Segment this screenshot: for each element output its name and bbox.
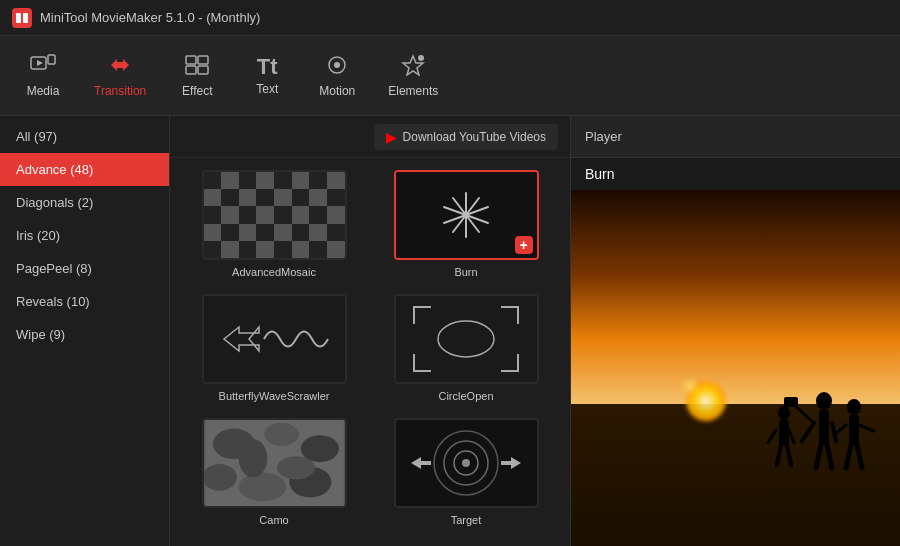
mosaic-cell [204, 172, 222, 189]
sunset-scene [571, 190, 900, 546]
effect-icon [184, 54, 210, 80]
wave-visual [204, 296, 345, 382]
download-youtube-button[interactable]: ▶ Download YouTube Videos [374, 124, 558, 150]
transition-item-circle-open[interactable]: CircleOpen [374, 294, 558, 410]
transition-icon [107, 54, 133, 80]
mosaic-cell [221, 189, 239, 206]
mosaic-cell [256, 224, 274, 241]
svg-line-54 [859, 425, 874, 431]
toolbar-effect[interactable]: Effect [162, 42, 232, 110]
svg-rect-8 [198, 66, 208, 74]
transition-label: Transition [94, 84, 146, 98]
svg-rect-38 [819, 410, 829, 445]
transition-item-camo[interactable]: Camo [182, 418, 366, 534]
mosaic-cell [327, 224, 345, 241]
svg-point-26 [264, 423, 298, 446]
svg-line-43 [794, 405, 814, 423]
effect-label: Effect [182, 84, 212, 98]
svg-rect-44 [784, 397, 798, 407]
mosaic-cell [309, 189, 327, 206]
toolbar-elements[interactable]: Elements [372, 42, 454, 110]
sidebar: All (97) Advance (48) Diagonals (2) Iris… [0, 116, 170, 546]
svg-line-47 [768, 430, 776, 443]
mosaic-cell [327, 206, 345, 223]
svg-point-10 [334, 62, 340, 68]
mosaic-cell [309, 241, 327, 258]
svg-rect-46 [779, 420, 789, 445]
transition-thumb-butterfly [202, 294, 347, 384]
motion-icon [324, 54, 350, 80]
transition-thumb-target [394, 418, 539, 508]
camo-visual [204, 420, 345, 506]
sidebar-item-diagonals[interactable]: Diagonals (2) [0, 186, 169, 219]
svg-line-49 [777, 445, 781, 465]
sidebar-item-all[interactable]: All (97) [0, 120, 169, 153]
svg-point-32 [276, 456, 314, 479]
youtube-icon: ▶ [386, 129, 397, 145]
mosaic-cell [274, 224, 292, 241]
sidebar-item-advance[interactable]: Advance (48) [0, 153, 169, 186]
toolbar-media[interactable]: Media [8, 42, 78, 110]
svg-point-23 [438, 321, 494, 357]
player-title: Player [585, 129, 622, 144]
svg-rect-5 [186, 56, 196, 64]
toolbar: Media Transition Effect Tt Text [0, 36, 900, 116]
lens-flare [680, 376, 700, 396]
transition-item-advanced-mosaic[interactable]: AdvancedMosaic [182, 170, 366, 286]
transition-grid-container: AdvancedMosaic [170, 158, 570, 546]
media-icon [30, 54, 56, 80]
mosaic-cell [221, 206, 239, 223]
mosaic-cell [239, 241, 257, 258]
toolbar-transition[interactable]: Transition [78, 42, 162, 110]
toolbar-motion[interactable]: Motion [302, 42, 372, 110]
svg-rect-6 [198, 56, 208, 64]
title-bar: MiniTool MovieMaker 5.1.0 - (Monthly) [0, 0, 900, 36]
sidebar-item-wipe[interactable]: Wipe (9) [0, 318, 169, 351]
transition-thumb-mosaic [202, 170, 347, 260]
content-area: ▶ Download YouTube Videos AdvancedMosaic [170, 116, 570, 546]
mosaic-cell [221, 241, 239, 258]
player-preview: Burn [571, 158, 900, 546]
transition-grid: AdvancedMosaic [170, 158, 570, 546]
transition-thumb-circle [394, 294, 539, 384]
add-to-timeline-badge[interactable]: + [515, 236, 533, 254]
mosaic-cell [309, 206, 327, 223]
mosaic-cell [309, 224, 327, 241]
mosaic-cell [292, 241, 310, 258]
sidebar-item-pagepeel[interactable]: PagePeel (8) [0, 252, 169, 285]
toolbar-text[interactable]: Tt Text [232, 42, 302, 110]
transition-item-burn[interactable]: + Burn [374, 170, 558, 286]
mosaic-cell [239, 189, 257, 206]
svg-rect-0 [16, 13, 21, 23]
transition-item-butterfly[interactable]: ButterflyWaveScrawler [182, 294, 366, 410]
transition-thumb-burn: + [394, 170, 539, 260]
mosaic-cell [274, 189, 292, 206]
sidebar-item-reveals[interactable]: Reveals (10) [0, 285, 169, 318]
text-icon: Tt [257, 56, 278, 78]
circle-svg [406, 299, 526, 379]
transition-label-butterfly: ButterflyWaveScrawler [219, 390, 330, 402]
mosaic-cell [239, 172, 257, 189]
svg-point-51 [847, 399, 861, 415]
mosaic-cell [292, 224, 310, 241]
current-transition-label: Burn [571, 158, 900, 190]
mosaic-cell [256, 172, 274, 189]
app-icon [12, 8, 32, 28]
svg-point-29 [238, 473, 286, 502]
svg-line-41 [816, 445, 821, 468]
transition-item-target[interactable]: Target [374, 418, 558, 534]
svg-rect-1 [23, 13, 28, 23]
svg-line-48 [789, 430, 794, 443]
svg-marker-3 [37, 60, 43, 66]
mosaic-cell [239, 206, 257, 223]
transition-label-mosaic: AdvancedMosaic [232, 266, 316, 278]
svg-point-36 [462, 459, 470, 467]
app-title: MiniTool MovieMaker 5.1.0 - (Monthly) [40, 10, 260, 25]
svg-point-45 [778, 406, 790, 420]
main-layout: All (97) Advance (48) Diagonals (2) Iris… [0, 116, 900, 546]
elements-label: Elements [388, 84, 438, 98]
mosaic-pattern [204, 172, 345, 258]
mosaic-cell [239, 224, 257, 241]
mosaic-cell [204, 241, 222, 258]
sidebar-item-iris[interactable]: Iris (20) [0, 219, 169, 252]
